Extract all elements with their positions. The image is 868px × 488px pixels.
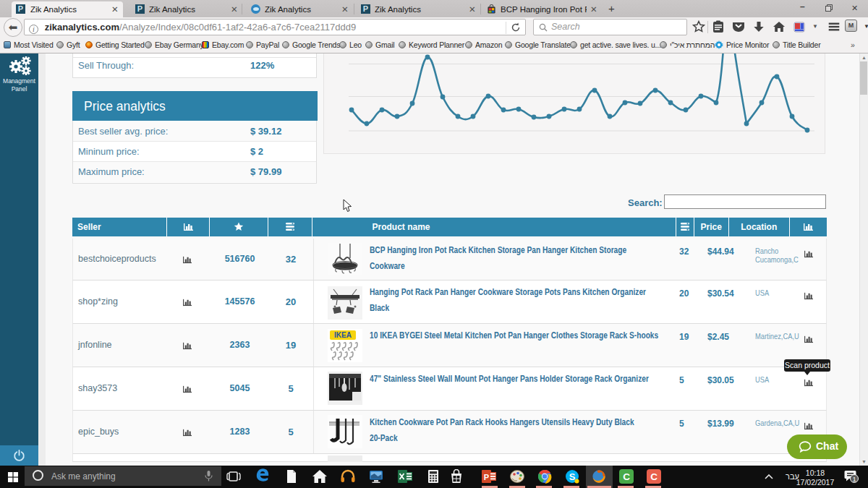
svg-text:C: C <box>650 471 658 482</box>
svg-text:C: C <box>623 471 630 482</box>
svg-text:S: S <box>569 471 576 482</box>
svg-text:P: P <box>484 473 489 481</box>
svg-text:IKEA: IKEA <box>334 331 352 339</box>
